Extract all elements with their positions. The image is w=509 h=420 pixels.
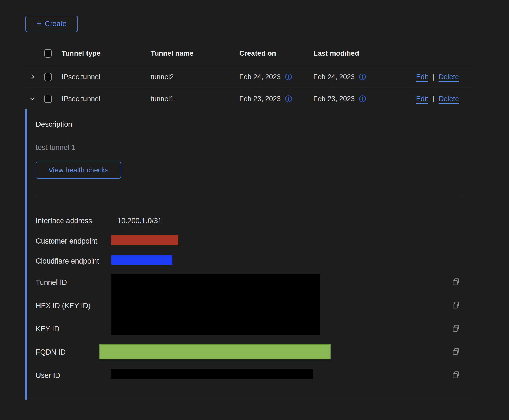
created-on-cell: Feb 23, 2023 <box>239 95 281 103</box>
last-modified-cell: Feb 23, 2023 <box>313 95 355 103</box>
edit-link[interactable]: Edit <box>416 95 428 103</box>
copy-tunnel-id-button[interactable] <box>451 277 460 286</box>
tunnel-id-label: Tunnel ID <box>36 278 67 287</box>
hex-id-label: HEX ID (KEY ID) <box>36 301 91 310</box>
chevron-down-icon <box>29 95 36 102</box>
table-row: IPsec tunnel tunnel1 Feb 23, 2023 Feb 23… <box>25 88 471 109</box>
info-icon <box>359 95 366 102</box>
fqdn-id-label: FQDN ID <box>36 348 66 357</box>
modified-info-button[interactable] <box>359 73 366 81</box>
tunnel-name-cell: tunnel1 <box>151 95 239 103</box>
plus-icon: + <box>36 19 42 28</box>
description-text: test tunnel 1 <box>36 144 75 152</box>
created-info-button[interactable] <box>285 95 292 102</box>
edit-link[interactable]: Edit <box>416 73 428 81</box>
info-icon <box>285 73 292 81</box>
interface-address-label: Interface address <box>36 216 92 225</box>
expand-row-button[interactable] <box>28 72 37 81</box>
cloudflare-endpoint-label: Cloudflare endpoint <box>36 256 99 266</box>
header-tunnel-type: Tunnel type <box>62 49 151 58</box>
copy-fqdn-id-button[interactable] <box>451 347 460 356</box>
tunnels-page: + Create Tunnel type Tunnel name Created… <box>0 0 509 420</box>
expanded-tunnel-details: Description test tunnel 1 View health ch… <box>25 109 471 400</box>
copy-user-id-button[interactable] <box>451 370 460 379</box>
actions-separator: | <box>433 73 434 81</box>
description-title: Description <box>36 120 72 129</box>
copy-key-id-button[interactable] <box>451 324 460 333</box>
info-icon <box>359 73 366 81</box>
view-health-checks-button[interactable]: View health checks <box>36 162 121 179</box>
interface-address-value: 10.200.1.0/31 <box>117 216 162 225</box>
last-modified-cell: Feb 24, 2023 <box>313 73 355 81</box>
row-checkbox[interactable] <box>44 73 52 81</box>
cloudflare-endpoint-redaction <box>111 255 172 265</box>
copy-icon <box>452 371 460 379</box>
collapse-row-button[interactable] <box>28 94 37 103</box>
create-button-label: Create <box>45 20 67 28</box>
tunnel-type-cell: IPsec tunnel <box>62 73 151 81</box>
header-last-modified: Last modified <box>313 49 416 58</box>
tunnel-name-cell: tunnel2 <box>151 73 239 81</box>
customer-endpoint-redaction <box>111 235 178 245</box>
header-tunnel-name: Tunnel name <box>151 49 239 58</box>
delete-link[interactable]: Delete <box>439 95 459 103</box>
created-on-cell: Feb 24, 2023 <box>239 73 281 81</box>
copy-icon <box>452 324 460 332</box>
customer-endpoint-label: Customer endpoint <box>36 236 97 246</box>
key-id-label: KEY ID <box>36 324 59 334</box>
chevron-right-icon <box>29 74 36 80</box>
ids-redaction <box>111 274 320 335</box>
copy-icon <box>452 278 460 286</box>
select-all-checkbox[interactable] <box>44 49 52 58</box>
copy-icon <box>452 301 460 309</box>
create-button[interactable]: + Create <box>25 16 78 32</box>
user-id-redaction <box>111 369 313 379</box>
created-info-button[interactable] <box>285 73 292 81</box>
actions-separator: | <box>433 95 434 103</box>
accent-bar <box>25 109 27 400</box>
copy-hex-id-button[interactable] <box>451 300 460 309</box>
table-row: IPsec tunnel tunnel2 Feb 24, 2023 Feb 24… <box>25 66 471 88</box>
info-icon <box>285 95 292 102</box>
delete-link[interactable]: Delete <box>439 73 459 81</box>
row-checkbox[interactable] <box>44 95 52 103</box>
table-header: Tunnel type Tunnel name Created on Last … <box>25 41 471 66</box>
user-id-label: User ID <box>36 371 61 380</box>
modified-info-button[interactable] <box>359 95 366 102</box>
copy-icon <box>452 347 460 355</box>
header-created-on: Created on <box>239 49 313 58</box>
tunnel-type-cell: IPsec tunnel <box>62 95 151 103</box>
fqdn-id-redaction <box>99 344 331 359</box>
section-divider <box>36 196 462 196</box>
